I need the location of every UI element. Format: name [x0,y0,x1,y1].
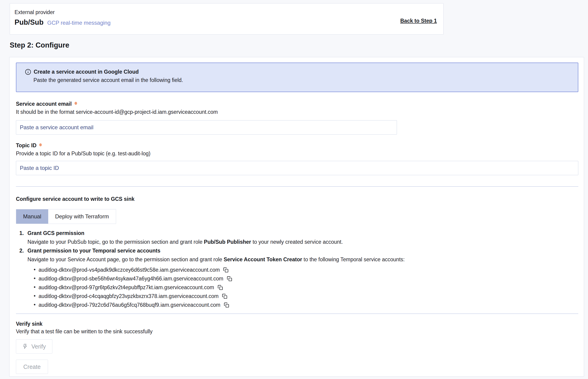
service-account-email: auditlog-dktxv@prod-vs4padk9dkczcey6d6st… [39,267,220,273]
configure-card: Create a service account in Google Cloud… [9,57,584,377]
back-to-step1-link[interactable]: Back to Step 1 [400,18,437,24]
verify-button[interactable]: Verify [16,339,52,354]
provider-name: Pub/Sub [15,18,44,27]
provider-description: GCP real-time messaging [47,20,110,26]
configure-section-label: Configure service account to write to GC… [16,196,578,202]
copy-icon[interactable] [222,293,227,299]
service-account-email-input[interactable] [16,120,397,135]
list-item: • auditlog-dktxv@prod-sbe56h6wr4sykaw47a… [34,274,578,283]
service-account-email: auditlog-dktxv@prod-79z2c6d76au6g5fcq768… [39,302,220,308]
service-account-list: • auditlog-dktxv@prod-vs4padk9dkczcey6d6… [34,266,578,309]
step-2-body: Navigate to your Service Account page, g… [28,256,578,263]
service-account-email: auditlog-dktxv@prod-c4cqaqgbfzy23vpzkbxz… [39,293,218,299]
required-dot [39,143,42,146]
tab-deploy-terraform[interactable]: Deploy with Terraform [48,209,116,224]
copy-icon[interactable] [223,267,229,273]
verify-sink-label: Verify sink [16,321,578,327]
topic-id-input[interactable] [16,161,578,175]
info-banner: Create a service account in Google Cloud… [16,63,578,92]
step-1-title: Grant GCS permission [28,230,578,236]
step-2-title: Grant permission to your Temporal servic… [28,247,578,254]
info-icon [25,69,31,75]
copy-icon[interactable] [224,302,229,308]
copy-icon[interactable] [218,284,223,290]
service-account-email: auditlog-dktxv@prod-sbe56h6wr4sykaw47a6y… [39,276,223,282]
service-account-email-description: It should be in the format service-accou… [16,109,578,115]
page-title: Step 2: Configure [10,41,69,49]
step-1-body: Navigate to your PubSub topic, go to the… [28,239,578,245]
provider-eyebrow: External provider [15,9,435,16]
copy-icon[interactable] [227,276,232,282]
step-1: 1. Grant GCS permission Navigate to your… [19,230,578,245]
list-item: • auditlog-dktxv@prod-c4cqaqgbfzy23vpzkb… [34,292,578,300]
verify-sink-description: Verify that a test file can be written t… [16,329,578,335]
configure-tabs: Manual Deploy with Terraform [16,209,116,224]
create-button[interactable]: Create [16,360,48,374]
list-item: • auditlog-dktxv@prod-97gr6tp6zkv2t4epub… [34,283,578,292]
zap-icon [22,344,28,349]
list-item: • auditlog-dktxv@prod-vs4padk9dkczcey6d6… [34,266,578,274]
provider-card: External provider Pub/Sub GCP real-time … [10,3,444,35]
service-account-email-label: Service account email [16,101,578,107]
list-item: • auditlog-dktxv@prod-79z2c6d76au6g5fcq7… [34,300,578,309]
step-2: 2. Grant permission to your Temporal ser… [19,247,578,309]
topic-id-label: Topic ID [16,142,578,149]
section-divider [16,314,578,314]
instruction-steps: 1. Grant GCS permission Navigate to your… [19,230,578,309]
topic-id-description: Provide a topic ID for a Pub/Sub topic (… [16,150,578,157]
required-dot [75,102,77,105]
banner-description: Paste the generated service account emai… [33,77,578,83]
section-divider [16,186,578,187]
tab-manual[interactable]: Manual [16,209,48,224]
service-account-email: auditlog-dktxv@prod-97gr6tp6zkv2t4epubff… [39,284,214,291]
banner-title: Create a service account in Google Cloud [34,69,139,75]
